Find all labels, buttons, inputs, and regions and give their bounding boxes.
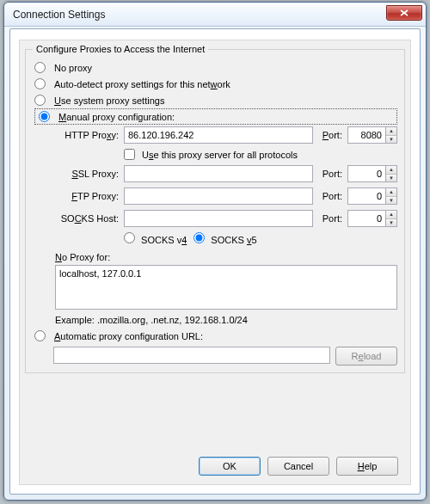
close-icon (400, 9, 408, 16)
socks-host-input[interactable] (124, 210, 313, 227)
radio-socks4-input[interactable] (124, 232, 135, 243)
use-for-all-label: Use this proxy server for all protocols (142, 150, 298, 160)
dialog-footer: OK Cancel Help (199, 457, 398, 476)
ssl-proxy-input[interactable] (124, 165, 313, 182)
http-port-spinbuttons[interactable]: ▲▼ (385, 126, 397, 144)
http-proxy-row: HTTP Proxy: Port: ▲▼ (55, 126, 397, 144)
ssl-port-spin[interactable]: ▲▼ (347, 165, 397, 182)
http-port-spin[interactable]: ▲▼ (347, 126, 397, 144)
radio-socks4-label: SOCKS v4 (141, 235, 187, 245)
radio-no-proxy-input[interactable] (34, 62, 46, 73)
no-proxy-input[interactable] (55, 265, 397, 310)
ssl-port-label: Port: (318, 169, 342, 179)
dialog-window: Connection Settings Configure Proxies to… (3, 2, 427, 501)
client-outer: Configure Proxies to Access the Internet… (9, 28, 421, 495)
radio-no-proxy[interactable]: No proxy (34, 59, 397, 76)
use-for-all-row[interactable]: Use this proxy server for all protocols (124, 149, 397, 160)
ssl-proxy-label: SSL Proxy: (55, 169, 119, 179)
ssl-proxy-row: SSL Proxy: Port: ▲▼ (55, 165, 397, 182)
ssl-port-input[interactable] (347, 165, 385, 182)
close-button[interactable] (386, 5, 422, 21)
no-proxy-example: Example: .mozilla.org, .net.nz, 192.168.… (55, 315, 397, 325)
ftp-port-label: Port: (318, 191, 342, 201)
group-legend: Configure Proxies to Access the Internet (33, 44, 208, 54)
ftp-proxy-row: FTP Proxy: Port: ▲▼ (55, 187, 397, 205)
radio-manual[interactable]: Manual proxy configuration: (34, 108, 397, 125)
radio-autodetect-label: Auto-detect proxy settings for this netw… (54, 79, 230, 89)
radio-system-label: Use system proxy settings (54, 95, 164, 106)
proxy-group: Configure Proxies to Access the Internet… (25, 44, 405, 373)
help-button[interactable]: Help (336, 457, 398, 476)
auto-url-input[interactable] (53, 347, 330, 364)
use-for-all-checkbox[interactable] (124, 149, 135, 160)
ftp-proxy-input[interactable] (124, 187, 313, 205)
http-proxy-input[interactable] (124, 126, 313, 144)
no-proxy-label: No Proxy for: (55, 252, 397, 262)
http-port-input[interactable] (347, 126, 385, 144)
radio-system[interactable]: Use system proxy settings (34, 92, 397, 108)
radio-autodetect[interactable]: Auto-detect proxy settings for this netw… (34, 76, 397, 92)
spin-up-icon[interactable]: ▲ (386, 127, 396, 136)
cancel-button[interactable]: Cancel (267, 457, 329, 476)
http-port-label: Port: (318, 130, 342, 140)
client-area: Configure Proxies to Access the Internet… (19, 40, 411, 485)
window-title: Connection Settings (13, 9, 386, 21)
spin-down-icon[interactable]: ▼ (386, 136, 396, 144)
radio-manual-input[interactable] (39, 111, 50, 122)
auto-url-row: Reload (53, 347, 397, 366)
titlebar[interactable]: Connection Settings (4, 3, 426, 27)
ftp-port-input[interactable] (347, 187, 385, 205)
socks-port-spin[interactable]: ▲▼ (347, 210, 397, 227)
ftp-port-spin[interactable]: ▲▼ (347, 187, 397, 205)
ok-button[interactable]: OK (199, 457, 261, 476)
radio-socks4[interactable]: SOCKS v4 (124, 232, 187, 245)
manual-block: HTTP Proxy: Port: ▲▼ (55, 126, 397, 325)
socks-host-label: SOCKS Host: (55, 213, 119, 224)
socks-version-row: SOCKS v4 SOCKS v5 (124, 232, 397, 245)
radio-auto-url-label: Automatic proxy configuration URL: (54, 331, 203, 341)
radio-auto-url-input[interactable] (34, 330, 46, 341)
socks-port-spinbuttons[interactable]: ▲▼ (385, 210, 397, 227)
socks-port-label: Port: (318, 213, 342, 224)
http-proxy-label: HTTP Proxy: (55, 130, 119, 140)
reload-button[interactable]: Reload (335, 347, 397, 366)
socks-port-input[interactable] (347, 210, 385, 227)
radio-no-proxy-label: No proxy (54, 63, 92, 73)
radio-manual-label: Manual proxy configuration: (58, 112, 175, 122)
ftp-proxy-label: FTP Proxy: (55, 191, 119, 201)
radio-socks5[interactable]: SOCKS v5 (194, 232, 256, 245)
ssl-port-spinbuttons[interactable]: ▲▼ (385, 165, 397, 182)
ftp-port-spinbuttons[interactable]: ▲▼ (385, 187, 397, 205)
radio-socks5-label: SOCKS v5 (211, 235, 256, 245)
radio-socks5-input[interactable] (194, 232, 205, 243)
radio-auto-url[interactable]: Automatic proxy configuration URL: (34, 330, 397, 341)
socks-host-row: SOCKS Host: Port: ▲▼ (55, 210, 397, 227)
radio-autodetect-input[interactable] (34, 78, 46, 89)
radio-system-input[interactable] (34, 95, 46, 106)
